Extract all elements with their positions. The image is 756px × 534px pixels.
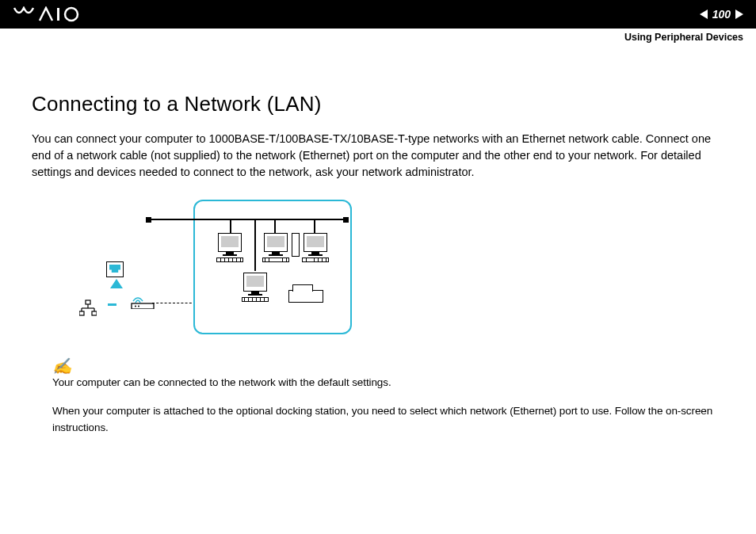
network-box <box>193 200 352 334</box>
next-page-arrow-icon[interactable] <box>735 10 743 19</box>
svg-point-10 <box>135 306 136 307</box>
svg-rect-2 <box>86 300 90 304</box>
body-paragraph: You can connect your computer to 1000BAS… <box>32 131 724 181</box>
svg-rect-7 <box>79 311 84 315</box>
note-text-1: Your computer can be connected to the ne… <box>52 375 724 391</box>
header-bar: 100 <box>0 0 756 29</box>
note-icon: ✍ <box>52 358 72 374</box>
network-diagram <box>51 200 724 342</box>
svg-rect-0 <box>57 8 59 21</box>
note-text-2: When your computer is attached to the op… <box>52 403 724 436</box>
page-title: Connecting to a Network (LAN) <box>32 92 724 116</box>
computer-icon <box>238 273 273 307</box>
connection-arrow-icon <box>108 279 125 306</box>
computer-tower-icon <box>258 233 293 268</box>
svg-point-11 <box>138 306 139 307</box>
prev-page-arrow-icon[interactable] <box>700 10 708 19</box>
network-symbol-icon <box>79 299 97 317</box>
network-bus-line <box>147 219 347 220</box>
ethernet-port-icon <box>106 261 124 277</box>
vaio-logo <box>13 0 92 29</box>
section-label: Using Peripheral Devices <box>624 32 743 43</box>
computer-icon <box>298 233 333 268</box>
cable-line <box>152 303 196 303</box>
svg-point-1 <box>65 8 78 21</box>
modem-icon <box>130 295 155 309</box>
page-content: Connecting to a Network (LAN) You can co… <box>0 29 756 464</box>
page-number: 100 <box>712 8 731 21</box>
svg-rect-8 <box>92 311 97 315</box>
computer-icon <box>212 233 247 268</box>
printer-icon <box>288 284 326 306</box>
page-navigation: 100 <box>700 8 743 21</box>
